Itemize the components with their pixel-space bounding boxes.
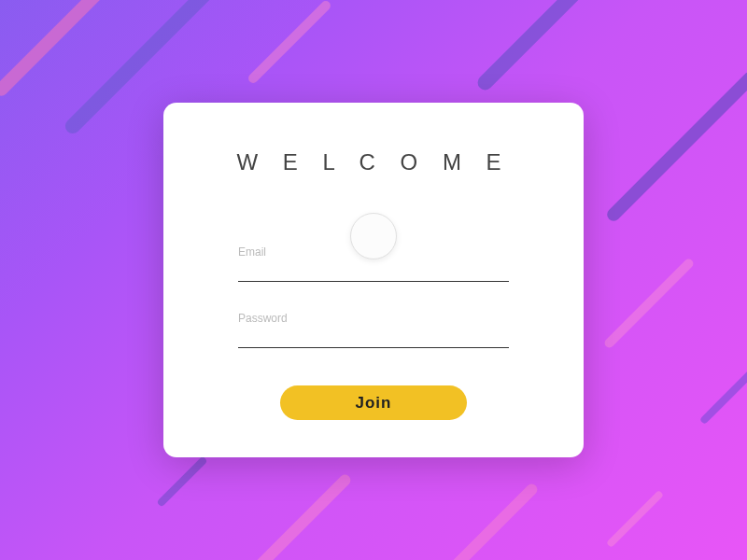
bg-streak	[413, 482, 540, 560]
password-label: Password	[238, 312, 509, 325]
form-fields: Email Password	[238, 245, 509, 378]
avatar-circle-icon	[350, 213, 397, 259]
bg-streak	[474, 0, 683, 93]
welcome-title: W E L C O M E	[236, 149, 510, 175]
bg-streak	[603, 258, 696, 350]
password-input[interactable]	[238, 325, 509, 348]
login-card: W E L C O M E Email Password Join	[163, 103, 584, 457]
join-button[interactable]: Join	[280, 385, 467, 420]
bg-streak	[699, 367, 747, 425]
email-input[interactable]	[238, 259, 509, 282]
bg-streak	[156, 455, 207, 507]
bg-streak	[606, 490, 664, 548]
bg-streak	[0, 0, 120, 99]
password-field-group: Password	[238, 312, 509, 348]
bg-streak	[604, 69, 747, 223]
bg-streak	[247, 0, 332, 85]
bg-streak	[226, 472, 353, 560]
